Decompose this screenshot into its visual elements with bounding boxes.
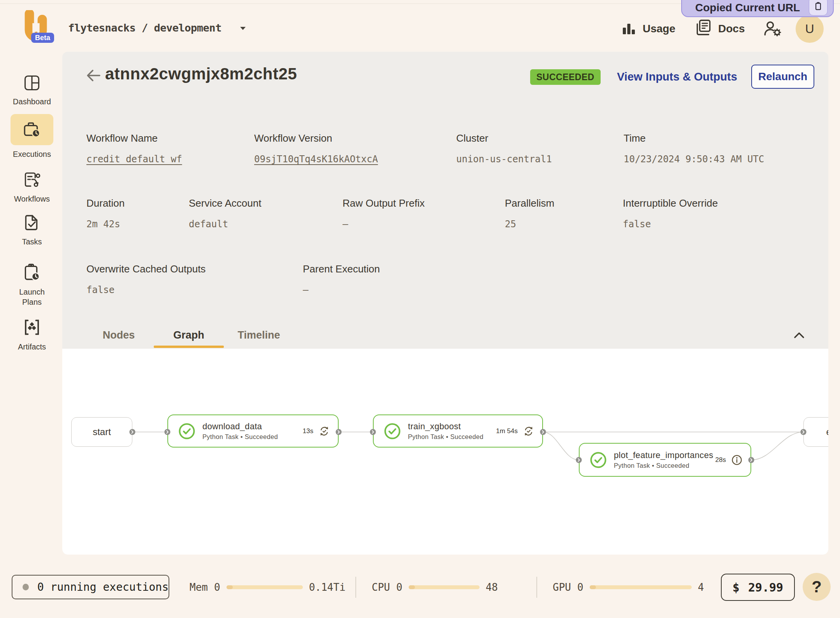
- check-circle-icon: [384, 423, 401, 440]
- execution-detail-panel: atnnx2cwgmjx8m2cht25 SUCCEEDED View Inpu…: [62, 52, 828, 555]
- node-label: start: [93, 427, 111, 437]
- port-marker: [129, 428, 136, 435]
- meta-field-parent-execution: Parent Execution –: [303, 263, 380, 295]
- check-circle-icon: [590, 451, 607, 469]
- running-executions-text: 0 running executions: [37, 581, 169, 593]
- meter-bar: [227, 585, 303, 589]
- meta-field-raw-output-prefix: Raw Output Prefix –: [343, 197, 505, 230]
- meta-field-interruptible-override: Interruptible Override false: [623, 197, 718, 230]
- copied-url-tooltip: Copied Current URL: [681, 0, 834, 17]
- meter-label: Mem: [190, 581, 208, 593]
- status-badge: SUCCEEDED: [530, 69, 601, 85]
- sidebar-item-label: Workflows: [14, 194, 50, 204]
- port-marker: [748, 456, 755, 464]
- check-circle-icon: [178, 423, 195, 440]
- graph-node-plot-feature-importances[interactable]: plot_feature_importances Python Task • S…: [579, 443, 751, 477]
- port-marker: [369, 428, 376, 435]
- graph-node-start[interactable]: start: [71, 417, 132, 447]
- gpu-meter: GPU 0 4: [553, 575, 704, 599]
- copy-icon: [813, 1, 823, 11]
- meta-field-cluster: Cluster union-us-central1: [456, 132, 624, 165]
- meta-row-3: Overwrite Cached Outputs false Parent Ex…: [86, 263, 380, 295]
- meter-bar: [590, 585, 692, 589]
- graph-node-train-xgboost[interactable]: train_xgboost Python Task • Succeeded 1m…: [373, 414, 543, 448]
- meter-max: 4: [698, 581, 704, 593]
- port-marker: [164, 428, 171, 435]
- meter-bar: [409, 585, 480, 589]
- cost-button[interactable]: $ 29.99: [721, 574, 795, 601]
- tooltip-text: Copied Current URL: [695, 2, 800, 14]
- sidebar-item-label: Dashboard: [13, 97, 51, 107]
- avatar[interactable]: U: [796, 15, 824, 43]
- tab-nodes[interactable]: Nodes: [84, 322, 154, 348]
- meta-field-service-account: Service Account default: [189, 197, 343, 230]
- sidebar-item-label: Tasks: [22, 237, 42, 247]
- sidebar-item-executions-label[interactable]: Executions: [0, 149, 64, 159]
- sidebar-item-launch-plans[interactable]: Launch Plans: [0, 263, 64, 307]
- help-button[interactable]: ?: [803, 573, 831, 601]
- meter-label: GPU: [553, 581, 571, 593]
- memory-meter: Mem 0 0.14Ti: [190, 575, 346, 599]
- breadcrumb[interactable]: flytesnacks / development: [68, 22, 221, 34]
- docs-icon[interactable]: [694, 18, 713, 37]
- port-marker: [335, 428, 342, 435]
- sidebar-item-executions[interactable]: [11, 114, 53, 145]
- meter-value: 0: [214, 581, 220, 593]
- sidebar-item-label: Launch Plans: [11, 287, 53, 307]
- meter-max: 0.14Ti: [309, 581, 346, 593]
- avatar-initial: U: [805, 22, 814, 36]
- port-marker: [539, 428, 547, 435]
- meter-max: 48: [486, 581, 498, 593]
- usage-link[interactable]: Usage: [643, 23, 675, 35]
- running-executions-pill[interactable]: 0 running executions: [12, 575, 169, 599]
- graph-node-download-data[interactable]: download_data Python Task • Succeeded 13…: [167, 414, 339, 448]
- meter-label: CPU: [372, 581, 390, 593]
- meta-field-parallelism: Parallelism 25: [505, 197, 623, 230]
- view-inputs-outputs-link[interactable]: View Inputs & Outputs: [617, 70, 737, 83]
- divider: [536, 577, 537, 598]
- manage-accounts-icon[interactable]: [762, 19, 783, 40]
- node-label: end: [826, 427, 828, 437]
- meta-field-time: Time 10/23/2024 9:50:43 AM UTC: [624, 132, 764, 165]
- page-title: atnnx2cwgmjx8m2cht25: [105, 65, 297, 83]
- relaunch-button[interactable]: Relaunch: [751, 65, 814, 89]
- meta-field-workflow-version: Workflow Version 09sjT10qTq4sK16kAOtxcA: [254, 132, 456, 165]
- workflow-name-link[interactable]: credit_default_wf: [86, 154, 254, 165]
- meter-value: 0: [577, 581, 583, 593]
- collapse-chevron-up-icon[interactable]: [792, 329, 806, 342]
- tab-timeline[interactable]: Timeline: [224, 322, 294, 348]
- sidebar-item-label: Artifacts: [18, 342, 46, 352]
- artifacts-icon: [22, 318, 42, 337]
- sidebar-item-workflows[interactable]: Workflows: [0, 170, 64, 204]
- sidebar-item-dashboard[interactable]: Dashboard: [0, 74, 64, 107]
- executions-icon: [22, 120, 42, 139]
- tab-graph[interactable]: Graph: [154, 322, 224, 348]
- meta-field-duration: Duration 2m 42s: [86, 197, 189, 230]
- info-icon[interactable]: [731, 454, 743, 466]
- sidebar-item-tasks[interactable]: Tasks: [0, 213, 64, 247]
- meta-row-2: Duration 2m 42s Service Account default …: [86, 197, 718, 230]
- help-question-mark: ?: [812, 578, 822, 596]
- graph-node-end[interactable]: end: [803, 417, 828, 447]
- cpu-meter: CPU 0 48: [372, 575, 498, 599]
- meta-field-overwrite-cached-outputs: Overwrite Cached Outputs false: [86, 263, 303, 295]
- dashboard-icon: [23, 74, 41, 92]
- currency-symbol: $: [733, 581, 740, 594]
- workflow-graph[interactable]: start download_data Python Task • Succee…: [62, 349, 828, 555]
- back-arrow-icon[interactable]: [85, 67, 102, 84]
- beta-badge: Beta: [31, 33, 54, 43]
- cost-amount: 29.99: [748, 581, 783, 594]
- docs-link[interactable]: Docs: [718, 23, 745, 35]
- cache-icon: [318, 425, 330, 437]
- copy-url-button[interactable]: [809, 0, 828, 16]
- view-tabs: Nodes Graph Timeline: [84, 322, 294, 348]
- usage-bar-chart-icon[interactable]: [620, 20, 637, 37]
- cache-icon: [523, 425, 534, 437]
- workflows-icon: [23, 170, 41, 189]
- divider: [355, 577, 356, 598]
- workflow-version-link[interactable]: 09sjT10qTq4sK16kAOtxcA: [254, 154, 456, 165]
- breadcrumb-caret-down-icon[interactable]: [240, 26, 246, 30]
- launch-plans-icon: [22, 263, 42, 282]
- sidebar-item-artifacts[interactable]: Artifacts: [0, 318, 64, 352]
- port-marker: [800, 428, 807, 435]
